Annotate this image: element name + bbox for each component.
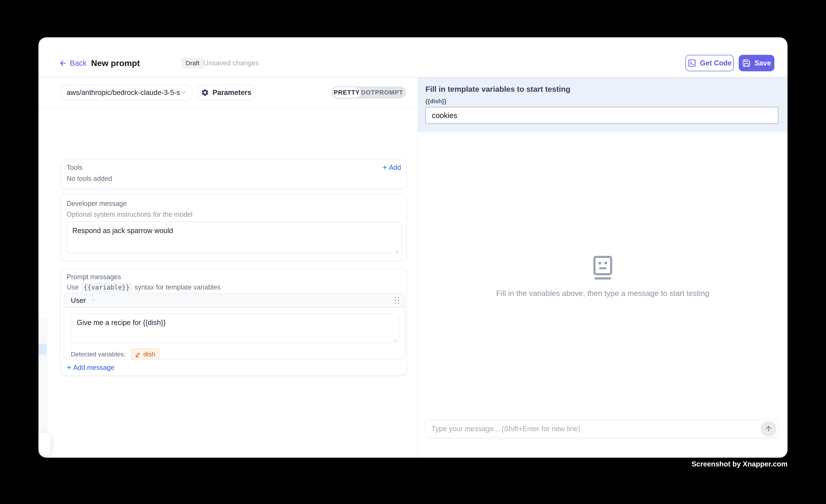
chat-input-bar: [425, 420, 778, 438]
save-button[interactable]: Save: [739, 55, 774, 71]
left-drawer-strip: [39, 318, 47, 433]
prompt-messages-card: Prompt messages Use {{variable}} syntax …: [61, 268, 407, 376]
get-code-label: Get Code: [700, 59, 732, 67]
prompt-editor-panel: aws/anthropic/bedrock-claude-3-5-s... Pa…: [39, 77, 417, 458]
hint-code: {{variable}}: [81, 282, 132, 292]
gear-icon: [201, 88, 209, 97]
add-message-label: Add message: [73, 364, 115, 372]
plus-icon: +: [67, 364, 71, 372]
role-select[interactable]: User: [71, 297, 96, 305]
variable-chip-label: dish: [143, 351, 155, 358]
template-variables-title: Fill in template variables to start test…: [425, 85, 570, 93]
page-title: New prompt: [91, 55, 140, 71]
left-drawer-card: [39, 433, 51, 456]
send-button[interactable]: [761, 421, 776, 437]
variable-dish-label: {{dish}}: [425, 98, 447, 105]
detected-variables-label: Detected variables:: [71, 351, 125, 358]
tools-empty-text: No tools added: [67, 175, 112, 183]
parameters-label: Parameters: [213, 88, 251, 97]
variable-dish-input[interactable]: [425, 107, 778, 124]
message-block: User Give me a recipe for {{dish}} Detec…: [64, 293, 405, 360]
chat-empty-text: Fill in the variables above, then type a…: [418, 289, 787, 298]
model-select[interactable]: aws/anthropic/bedrock-claude-3-5-s...: [61, 85, 192, 100]
hint-pre: Use: [67, 284, 79, 291]
add-tool-label: Add: [389, 164, 401, 172]
header: Back New prompt Draft Unsaved changes Ge…: [39, 37, 787, 77]
save-icon: [742, 59, 751, 67]
template-variables-section: Fill in template variables to start test…: [418, 77, 787, 132]
arrow-left-icon: [59, 59, 67, 67]
parameters-button[interactable]: Parameters: [196, 85, 256, 100]
toggle-dotprompt[interactable]: DOTPROMPT: [361, 87, 403, 98]
watermark-text: Screenshot by Xnapper.com: [692, 460, 787, 468]
robot-face-icon: [592, 256, 613, 281]
variable-chip-dish[interactable]: dish: [131, 348, 159, 360]
chat-message-input[interactable]: [426, 425, 761, 433]
add-tool-button[interactable]: + Add: [382, 164, 401, 172]
chevron-down-icon: [91, 298, 96, 303]
drag-handle[interactable]: [395, 297, 399, 304]
chat-empty-state: Fill in the variables above, then type a…: [418, 256, 787, 298]
toggle-pretty[interactable]: PRETTY: [333, 87, 361, 98]
prompt-messages-title: Prompt messages: [67, 273, 121, 281]
app-window: Back New prompt Draft Unsaved changes Ge…: [39, 37, 787, 458]
user-message-textarea[interactable]: Give me a recipe for {{dish}}: [71, 313, 399, 343]
developer-message-title: Developer message: [67, 200, 127, 207]
left-drawer-active-item[interactable]: [39, 344, 47, 355]
message-header: User: [64, 294, 405, 308]
plus-icon: +: [382, 164, 387, 172]
role-select-value: User: [71, 297, 86, 305]
chevron-down-icon: [181, 89, 187, 96]
tools-card: Tools + Add No tools added: [61, 160, 407, 189]
unsaved-changes-text: Unsaved changes: [203, 57, 259, 69]
terminal-icon: [688, 59, 696, 67]
get-code-button[interactable]: Get Code: [686, 55, 734, 71]
back-button[interactable]: Back: [59, 55, 86, 71]
format-toggle: PRETTY DOTPROMPT: [331, 86, 406, 99]
save-label: Save: [755, 59, 771, 67]
hint-post: syntax for template variables: [135, 284, 221, 291]
toolbar-divider: [39, 107, 417, 108]
back-label: Back: [70, 59, 86, 67]
developer-message-card: Developer message Optional system instru…: [61, 194, 407, 261]
developer-message-textarea[interactable]: Respond as jack sparrow would: [66, 222, 402, 253]
tools-title: Tools: [67, 164, 82, 172]
status-badge: Draft: [181, 57, 204, 69]
add-message-button[interactable]: + Add message: [67, 364, 115, 372]
detected-variables-row: Detected variables: dish: [71, 348, 159, 360]
arrow-up-icon: [764, 425, 773, 433]
test-panel: Fill in template variables to start test…: [417, 77, 787, 458]
variable-syntax-hint: Use {{variable}} syntax for template var…: [67, 282, 221, 292]
model-select-value: aws/anthropic/bedrock-claude-3-5-s...: [67, 88, 181, 97]
pencil-icon: [135, 351, 141, 357]
developer-message-subtitle: Optional system instructions for the mod…: [67, 210, 192, 218]
